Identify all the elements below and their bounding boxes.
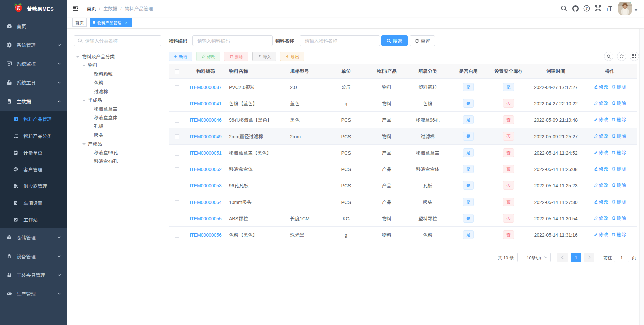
svg-text:K: K — [16, 5, 20, 11]
svg-text:T: T — [608, 5, 612, 12]
svg-text:?: ? — [586, 6, 588, 10]
